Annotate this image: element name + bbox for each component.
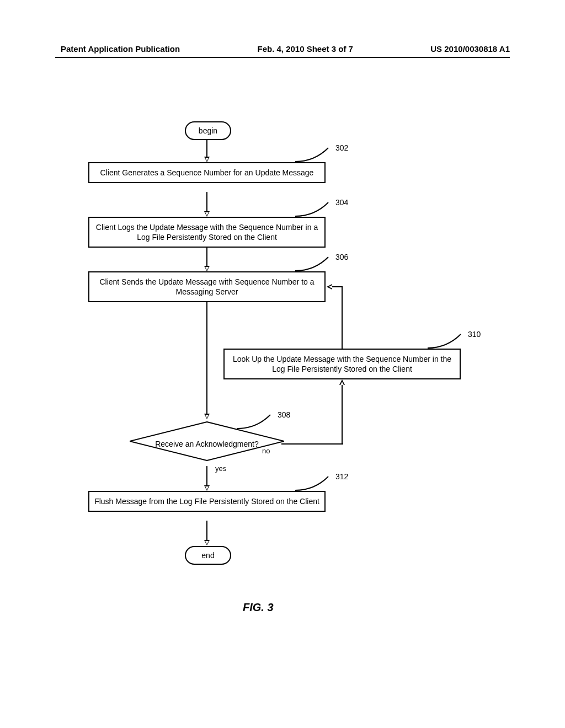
arrow-down-icon bbox=[204, 157, 210, 162]
callout-curve-icon bbox=[237, 413, 273, 429]
connector bbox=[332, 286, 343, 287]
connector bbox=[206, 301, 207, 415]
edge-label-no: no bbox=[262, 447, 270, 455]
terminal-begin: begin bbox=[185, 121, 231, 140]
process-310: Look Up the Update Message with the Sequ… bbox=[223, 349, 461, 379]
header-left: Patent Application Publication bbox=[61, 44, 180, 53]
figure-label: FIG. 3 bbox=[243, 601, 274, 614]
arrow-down-icon bbox=[204, 211, 210, 217]
arrow-down-icon bbox=[204, 540, 210, 545]
callout-306: 306 bbox=[335, 253, 348, 261]
arrow-down-icon bbox=[204, 266, 210, 271]
callout-304: 304 bbox=[335, 198, 348, 207]
callout-curve-icon bbox=[295, 255, 331, 271]
callout-curve-icon bbox=[295, 474, 331, 491]
callout-310: 310 bbox=[468, 330, 481, 339]
callout-curve-icon bbox=[295, 146, 331, 162]
process-306: Client Sends the Update Message with Seq… bbox=[88, 271, 326, 302]
connector bbox=[342, 385, 343, 445]
arrow-up-icon bbox=[339, 379, 345, 385]
process-312: Flush Message from the Log File Persiste… bbox=[88, 491, 326, 512]
process-302: Client Generates a Sequence Number for a… bbox=[88, 162, 326, 183]
connector bbox=[206, 192, 207, 212]
header-center: Feb. 4, 2010 Sheet 3 of 7 bbox=[257, 44, 353, 53]
callout-302: 302 bbox=[335, 143, 348, 152]
callout-curve-icon bbox=[428, 332, 463, 349]
connector bbox=[206, 140, 207, 158]
arrow-left-icon bbox=[327, 284, 332, 290]
header-divider bbox=[55, 57, 510, 58]
callout-308: 308 bbox=[278, 410, 290, 419]
connector bbox=[206, 247, 207, 267]
connector bbox=[342, 287, 343, 349]
connector bbox=[206, 521, 207, 541]
terminal-end: end bbox=[185, 546, 231, 565]
process-304: Client Logs the Update Message with the … bbox=[88, 217, 326, 248]
callout-312: 312 bbox=[335, 472, 348, 481]
arrow-down-icon bbox=[204, 485, 210, 491]
callout-curve-icon bbox=[295, 200, 331, 217]
header-right: US 2010/0030818 A1 bbox=[430, 44, 510, 53]
connector bbox=[206, 466, 207, 486]
connector bbox=[281, 443, 343, 445]
edge-label-yes: yes bbox=[215, 464, 226, 473]
